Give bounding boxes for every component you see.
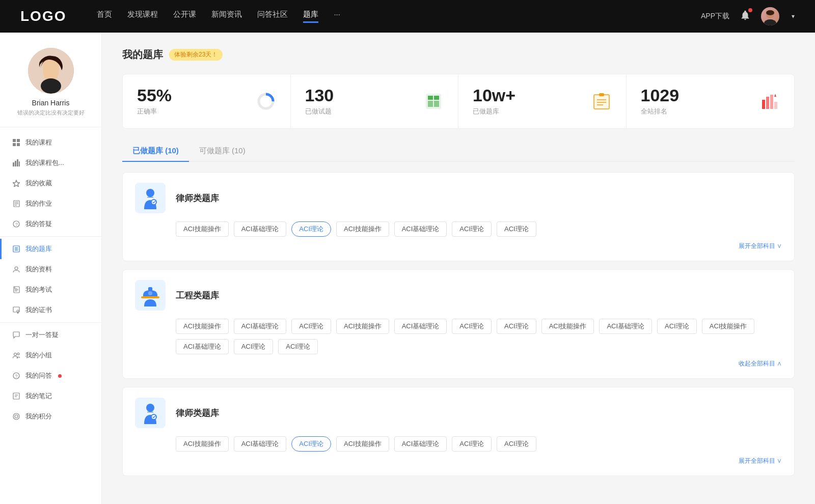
tag-1-3[interactable]: ACI技能操作 (336, 221, 389, 237)
stat-questions-done-label: 已做试题 (305, 107, 334, 116)
tag-2-9[interactable]: ACI理论 (657, 319, 697, 334)
qa-icon: ? (12, 372, 20, 380)
sidebar-item-points[interactable]: 我的积分 (0, 406, 101, 427)
nav-news[interactable]: 新闻资讯 (211, 10, 242, 23)
svg-text:?: ? (15, 374, 18, 379)
avatar-placeholder (761, 7, 779, 25)
sidebar-item-notes[interactable]: 我的笔记 (0, 386, 101, 406)
sidebar-item-course-pkg[interactable]: 我的课程包... (0, 153, 101, 173)
tag-2-3[interactable]: ACI技能操作 (336, 319, 389, 334)
sidebar-label-certificate: 我的证书 (25, 305, 52, 315)
logo[interactable]: LOGO (20, 8, 66, 24)
tag-3-3[interactable]: ACI技能操作 (336, 436, 389, 452)
navbar-dropdown-arrow[interactable]: ▾ (792, 13, 795, 20)
tag-2-13[interactable]: ACI理论 (278, 339, 318, 354)
tag-3-0[interactable]: ACI技能操作 (176, 436, 229, 452)
page-header: 我的题库 体验剩余23天！ (122, 48, 795, 62)
chat-icon (12, 331, 20, 339)
donut-chart-icon (256, 91, 276, 111)
app-download-button[interactable]: APP下载 (701, 12, 729, 21)
nav-qbank[interactable]: 题库 (303, 10, 318, 23)
sidebar-item-tutoring[interactable]: 一对一答疑 (0, 325, 101, 345)
nav-home[interactable]: 首页 (97, 10, 112, 23)
tag-1-0[interactable]: ACI技能操作 (176, 221, 229, 237)
table-icon (423, 91, 444, 111)
avatar-icon (761, 7, 779, 25)
sidebar-item-homework[interactable]: 我的作业 (0, 193, 101, 214)
tab-done-banks[interactable]: 已做题库 (10) (122, 141, 189, 161)
sidebar-item-exam[interactable]: 我的考试 (0, 279, 101, 300)
stat-accuracy-number: 55% (137, 87, 172, 104)
tag-3-2[interactable]: ACI理论 (291, 436, 331, 452)
sidebar-item-qbank[interactable]: 我的题库 (0, 239, 101, 259)
question-icon: ? (12, 220, 20, 228)
sidebar-user-motto: 错误的决定比没有决定要好 (12, 109, 90, 117)
tag-1-5[interactable]: ACI理论 (452, 221, 492, 237)
svg-point-33 (14, 353, 17, 356)
tag-2-12[interactable]: ACI理论 (234, 339, 274, 354)
tag-2-6[interactable]: ACI理论 (497, 319, 536, 334)
bell-badge (748, 8, 752, 12)
svg-rect-58 (774, 102, 777, 109)
tag-1-2[interactable]: ACI理论 (291, 221, 331, 237)
user-avatar[interactable] (761, 7, 779, 25)
tag-2-5[interactable]: ACI理论 (452, 319, 492, 334)
tab-available-banks[interactable]: 可做题库 (10) (189, 141, 256, 161)
nav-courses[interactable]: 发现课程 (127, 10, 158, 23)
sidebar-avatar (28, 48, 74, 94)
svg-rect-7 (17, 139, 20, 142)
nav-qa[interactable]: 问答社区 (257, 10, 288, 23)
sidebar-item-courses[interactable]: 我的课程 (0, 132, 101, 153)
stat-questions-done-number: 130 (305, 87, 334, 104)
sidebar-item-profile[interactable]: 我的资料 (0, 259, 101, 279)
tag-1-4[interactable]: ACI基础理论 (394, 221, 447, 237)
qbank-collapse-btn-2[interactable]: 收起全部科目 ∧ (135, 359, 782, 368)
stat-accuracy: 55% 正确率 (123, 74, 291, 128)
sidebar-item-my-qa[interactable]: ? 我的问答 (0, 366, 101, 386)
sidebar-label-favorites: 我的收藏 (25, 179, 52, 188)
notification-bell[interactable] (740, 10, 751, 23)
tag-3-4[interactable]: ACI基础理论 (394, 436, 447, 452)
sidebar-item-favorites[interactable]: 我的收藏 (0, 173, 101, 193)
svg-point-66 (146, 404, 154, 412)
sidebar-label-homework: 我的作业 (25, 199, 52, 208)
main-content: 我的题库 体验剩余23天！ 55% 正确率 (102, 33, 815, 504)
tag-2-2[interactable]: ACI理论 (291, 319, 331, 334)
tag-3-1[interactable]: ACI基础理论 (234, 436, 287, 452)
qbank-header-2: 工程类题库 (135, 280, 782, 311)
tag-2-10[interactable]: ACI技能操作 (702, 319, 755, 334)
nav-open-courses[interactable]: 公开课 (173, 10, 196, 23)
sidebar-divider-2 (0, 322, 101, 323)
tag-2-8[interactable]: ACI基础理论 (599, 319, 652, 334)
sidebar-item-certificate[interactable]: 我的证书 (0, 300, 101, 320)
sidebar-item-qa[interactable]: ? 我的答疑 (0, 214, 101, 234)
tag-2-0[interactable]: ACI技能操作 (176, 319, 229, 334)
tabs-row: 已做题库 (10) 可做题库 (10) (122, 141, 795, 162)
points-icon (12, 412, 20, 421)
tag-2-7[interactable]: ACI技能操作 (541, 319, 594, 334)
sidebar-item-group[interactable]: 我的小组 (0, 345, 101, 366)
svg-point-41 (15, 415, 18, 418)
sidebar-label-tutoring: 一对一答疑 (25, 330, 59, 340)
svg-text:?: ? (15, 222, 18, 227)
note-icon (12, 392, 20, 400)
tag-1-1[interactable]: ACI基础理论 (234, 221, 287, 237)
svg-rect-46 (434, 96, 439, 100)
tag-3-6[interactable]: ACI理论 (497, 436, 536, 452)
qbank-expand-btn-3[interactable]: 展开全部科目 ∨ (135, 457, 782, 465)
tag-3-5[interactable]: ACI理论 (452, 436, 492, 452)
sidebar-label-courses: 我的课程 (25, 138, 52, 147)
chart-icon (12, 159, 20, 167)
svg-marker-14 (13, 180, 20, 187)
tag-2-11[interactable]: ACI基础理论 (176, 339, 229, 354)
tag-1-6[interactable]: ACI理论 (497, 221, 536, 237)
qbank-expand-btn-1[interactable]: 展开全部科目 ∨ (135, 242, 782, 250)
tag-2-4[interactable]: ACI基础理论 (394, 319, 447, 334)
sidebar-label-qa: 我的答疑 (25, 219, 52, 229)
tag-2-1[interactable]: ACI基础理论 (234, 319, 287, 334)
svg-rect-67 (147, 412, 153, 412)
svg-rect-13 (19, 161, 20, 166)
page-wrapper: Brian Harris 错误的决定比没有决定要好 我的课程 我的课程包... (0, 33, 815, 504)
nav-more[interactable]: ··· (334, 10, 340, 23)
certificate-icon (12, 306, 20, 314)
